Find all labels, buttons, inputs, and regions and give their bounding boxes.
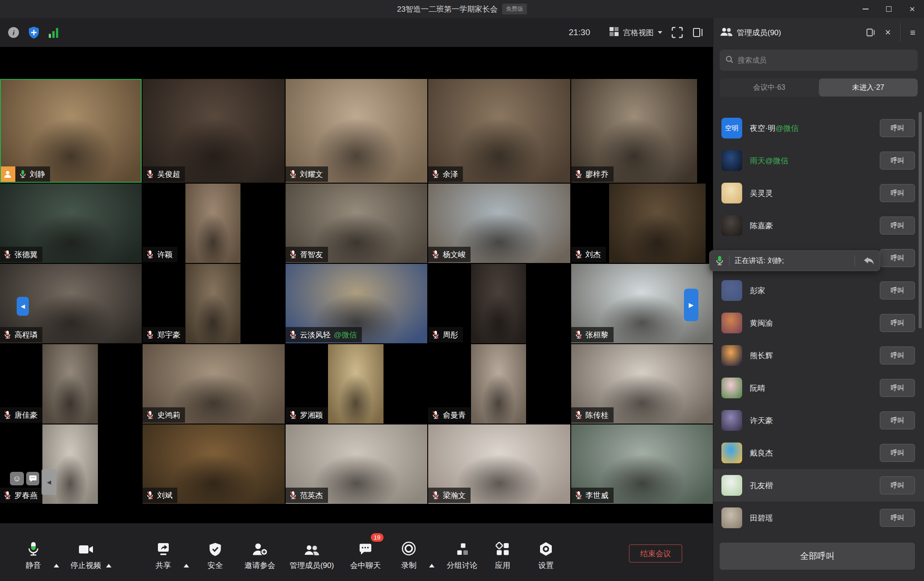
member-row: 雨天@微信呼叫 bbox=[713, 144, 924, 177]
video-tile-9[interactable]: 杨文峻 bbox=[428, 184, 570, 263]
avatar bbox=[721, 443, 742, 463]
call-button[interactable]: 呼叫 bbox=[880, 444, 915, 462]
collapse-strip-arrow[interactable]: ◀ bbox=[42, 469, 56, 495]
tab-not-joined[interactable]: 未进入·27 bbox=[819, 78, 918, 97]
fullscreen-icon[interactable] bbox=[671, 27, 683, 38]
toolbar-item-settings[interactable]: 设置 bbox=[512, 538, 580, 571]
search-input[interactable] bbox=[738, 56, 912, 65]
avatar bbox=[721, 313, 742, 333]
video-tile-25[interactable]: 李世威 bbox=[571, 424, 713, 504]
video-tile-4[interactable]: 余泽 bbox=[428, 79, 570, 183]
video-tile-10[interactable]: 刘杰 bbox=[571, 184, 713, 263]
participant-name: 刘杰 bbox=[586, 249, 601, 260]
video-tile-7[interactable]: 许颖 bbox=[143, 184, 284, 263]
member-name: 夜空·明@微信 bbox=[750, 123, 799, 134]
video-feed bbox=[471, 344, 527, 424]
participant-name: 余泽 bbox=[443, 169, 458, 180]
participant-name: 梁瀚文 bbox=[443, 490, 466, 501]
call-button[interactable]: 呼叫 bbox=[880, 476, 915, 494]
maximize-button[interactable] bbox=[877, 0, 901, 18]
participant-name: 刘斌 bbox=[157, 490, 172, 501]
participant-label: 云淡风轻@微信 bbox=[286, 327, 362, 342]
close-panel-icon[interactable]: × bbox=[882, 27, 894, 38]
participant-label: 罗春燕 bbox=[0, 488, 42, 503]
video-tile-20[interactable]: 陈传桂 bbox=[571, 344, 713, 424]
call-button[interactable]: 呼叫 bbox=[880, 119, 915, 137]
tab-in-meeting[interactable]: 会议中·63 bbox=[720, 78, 819, 97]
popout-panel-icon[interactable] bbox=[865, 27, 877, 38]
reply-arrow-icon[interactable] bbox=[864, 256, 874, 265]
participant-name: 刘静 bbox=[30, 169, 45, 180]
video-tile-21[interactable]: 罗春燕 bbox=[0, 424, 142, 504]
participant-label: 唐佳豪 bbox=[0, 407, 42, 423]
call-button[interactable]: 呼叫 bbox=[880, 346, 915, 364]
video-tile-5[interactable]: 廖梓乔 bbox=[571, 79, 713, 183]
video-tile-16[interactable]: 唐佳豪 bbox=[0, 344, 142, 424]
view-switcher[interactable]: 宫格视图 bbox=[609, 27, 662, 39]
member-list: 空明夜空·明@微信呼叫雨天@微信呼叫吴灵灵呼叫陈嘉豪呼叫呼叫彭家呼叫黄闽渝呼叫熊… bbox=[713, 112, 924, 536]
call-button[interactable]: 呼叫 bbox=[880, 509, 915, 527]
avatar bbox=[721, 475, 742, 496]
mic-muted-icon bbox=[289, 250, 297, 259]
network-signal-icon[interactable] bbox=[49, 27, 58, 38]
call-button[interactable]: 呼叫 bbox=[880, 184, 915, 202]
security-shield-icon[interactable] bbox=[28, 26, 40, 41]
previous-page-arrow[interactable]: ◀ bbox=[17, 297, 29, 316]
call-button[interactable]: 呼叫 bbox=[880, 152, 915, 170]
mic-muted-icon bbox=[432, 491, 439, 500]
video-tile-13[interactable]: 云淡风轻@微信 bbox=[286, 264, 427, 343]
end-meeting-button[interactable]: 结束会议 bbox=[629, 544, 682, 563]
call-button[interactable]: 呼叫 bbox=[880, 314, 915, 332]
mic-active-icon bbox=[715, 255, 724, 266]
quick-chat-button[interactable] bbox=[26, 472, 39, 485]
side-panel-toggle-icon[interactable] bbox=[692, 27, 704, 38]
member-row: 空明夜空·明@微信呼叫 bbox=[713, 112, 924, 144]
mic-muted-icon bbox=[289, 491, 297, 500]
participant-label: 杨文峻 bbox=[428, 247, 471, 262]
participant-label: 陈传桂 bbox=[571, 407, 614, 423]
shield-icon bbox=[202, 538, 229, 557]
member-row: 陈嘉豪呼叫 bbox=[713, 209, 924, 242]
caret-up-icon[interactable] bbox=[106, 564, 111, 567]
panel-menu-icon[interactable]: ≡ bbox=[907, 27, 919, 38]
call-button[interactable]: 呼叫 bbox=[880, 281, 915, 300]
camera-icon bbox=[72, 538, 99, 557]
meeting-info-icon[interactable]: i bbox=[8, 27, 19, 38]
settings-icon bbox=[532, 538, 559, 557]
video-tile-8[interactable]: 胥智友 bbox=[286, 184, 427, 263]
video-tile-23[interactable]: 范英杰 bbox=[286, 424, 427, 504]
video-tile-19[interactable]: 俞曼青 bbox=[428, 344, 570, 424]
member-name: 熊长辉 bbox=[750, 350, 773, 361]
video-tile-22[interactable]: 刘斌 bbox=[143, 424, 284, 504]
participant-name: 郑宇豪 bbox=[157, 330, 180, 340]
call-button[interactable]: 呼叫 bbox=[880, 379, 915, 397]
call-button[interactable]: 呼叫 bbox=[880, 217, 915, 235]
call-button[interactable]: 呼叫 bbox=[880, 411, 915, 429]
video-tile-18[interactable]: 罗湘颖 bbox=[286, 344, 427, 424]
video-tile-3[interactable]: 刘耀文 bbox=[286, 79, 427, 183]
toolbar-item-label: 停止视频 bbox=[70, 560, 101, 571]
toast-divider bbox=[729, 255, 730, 266]
call-all-button[interactable]: 全部呼叫 bbox=[720, 543, 915, 570]
close-button[interactable]: × bbox=[901, 0, 924, 18]
call-button[interactable]: 呼叫 bbox=[880, 249, 915, 267]
video-tile-17[interactable]: 史鸿莉 bbox=[143, 344, 284, 424]
video-tile-24[interactable]: 梁瀚文 bbox=[428, 424, 570, 504]
minimize-button[interactable] bbox=[854, 0, 877, 18]
participant-name: 高程璘 bbox=[14, 330, 37, 340]
toolbar-item-label: 管理成员(90) bbox=[290, 560, 334, 571]
video-tile-2[interactable]: 吴俊超 bbox=[143, 79, 284, 183]
scrollbar-thumb[interactable] bbox=[919, 112, 922, 328]
emoji-reaction-button[interactable]: ☺ bbox=[10, 472, 24, 485]
mic-muted-icon bbox=[432, 170, 439, 179]
toolbar-item-label: 共享 bbox=[156, 560, 171, 571]
participant-name: 俞曼青 bbox=[443, 410, 466, 420]
video-tile-6[interactable]: 张德翼 bbox=[0, 184, 142, 263]
member-row: 许天豪呼叫 bbox=[713, 404, 924, 437]
video-tile-1[interactable]: 刘静 bbox=[0, 79, 142, 183]
toolbar-item-camera[interactable]: 停止视频 bbox=[52, 538, 120, 571]
video-tile-12[interactable]: 郑宇豪 bbox=[143, 264, 284, 343]
next-page-arrow[interactable]: ▶ bbox=[684, 289, 698, 321]
video-tile-14[interactable]: 周彤 bbox=[428, 264, 570, 343]
avatar bbox=[721, 183, 742, 203]
